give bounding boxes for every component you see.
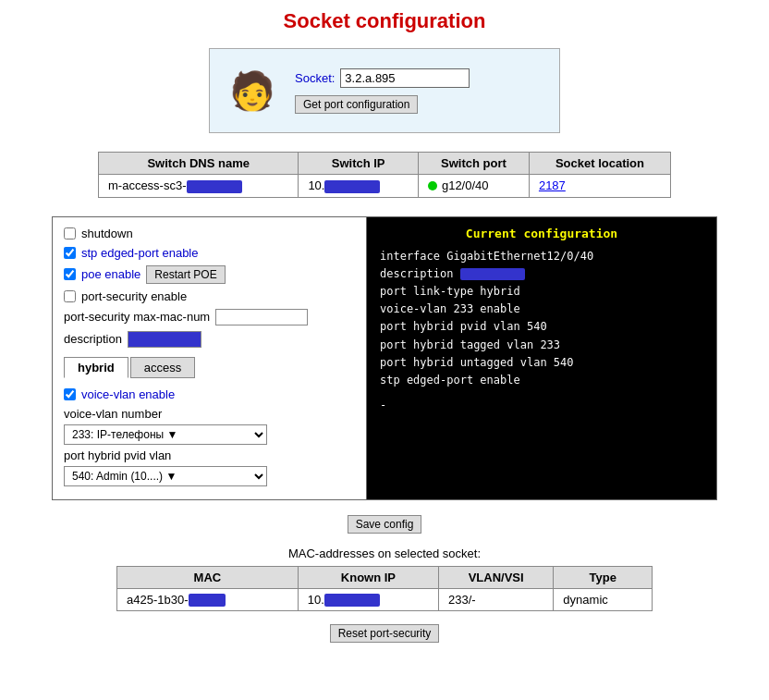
voice-vlan-row: voice-vlan enable	[64, 387, 355, 401]
shutdown-checkbox[interactable]	[64, 227, 76, 239]
socket-label: Socket:	[295, 71, 335, 85]
max-mac-input[interactable]	[215, 309, 308, 325]
pvid-label-row: port hybrid pvid vlan	[64, 448, 355, 462]
description-row: description	[64, 331, 355, 348]
max-mac-label: port-security max-mac-num	[64, 310, 210, 324]
col-dns: Switch DNS name	[99, 153, 299, 175]
config-line-3: port link-type hybrid	[380, 283, 703, 301]
stp-row: stp edged-port enable	[64, 246, 355, 260]
voice-vlan-label: voice-vlan enable	[81, 387, 175, 401]
voice-vlan-checkbox[interactable]	[64, 388, 76, 400]
port-security-checkbox[interactable]	[64, 290, 76, 302]
mac-vlan-cell: 233/-	[439, 588, 554, 611]
socket-box: 🧑 Socket: Get port configuration	[209, 48, 560, 133]
mac-ip-redacted	[324, 594, 380, 607]
col-port: Switch port	[418, 153, 529, 175]
save-config-button[interactable]: Save config	[348, 515, 422, 534]
config-line-8: stp edged-port enable	[380, 372, 703, 389]
dns-redacted	[187, 180, 242, 193]
mac-title: MAC-addresses on selected socket:	[116, 546, 653, 560]
ip-redacted	[324, 180, 380, 193]
mac-redacted	[189, 594, 226, 607]
voice-vlan-number-label: voice-vlan number	[64, 407, 162, 421]
col-socket-location: Socket location	[529, 153, 670, 175]
voice-vlan-select-row: 233: IP-телефоны ▼	[64, 424, 355, 445]
pvid-select-row: 540: Admin (10....) ▼	[64, 466, 355, 486]
max-mac-row: port-security max-mac-num	[64, 309, 355, 325]
mac-type-cell: dynamic	[554, 588, 653, 611]
shutdown-label: shutdown	[81, 227, 133, 240]
col-ip: Switch IP	[299, 153, 419, 175]
save-row: Save config	[18, 515, 751, 534]
config-line-6: port hybrid tagged vlan 233	[380, 337, 703, 354]
mac-cell: a425-1b30-	[117, 588, 299, 611]
description-input[interactable]	[128, 331, 201, 348]
ip-cell: 10.	[299, 175, 419, 198]
socket-input[interactable]	[340, 68, 470, 88]
tab-access[interactable]: access	[130, 357, 195, 378]
tabs: hybrid access	[64, 357, 355, 378]
voice-vlan-select[interactable]: 233: IP-телефоны ▼	[64, 424, 267, 445]
socket-location-link[interactable]: 2187	[539, 178, 566, 192]
mac-table: MAC Known IP VLAN/VSI Type a425-1b30- 10…	[116, 566, 653, 612]
current-config-body: interface GigabitEthernet12/0/40 descrip…	[380, 248, 703, 415]
reset-port-security-button[interactable]: Reset port-security	[330, 624, 440, 643]
mac-col-mac: MAC	[117, 566, 299, 588]
mac-col-ip: Known IP	[298, 566, 438, 588]
socket-form: Socket: Get port configuration	[295, 68, 470, 114]
dns-cell: m-access-sc3-	[99, 175, 299, 198]
switch-table: Switch DNS name Switch IP Switch port So…	[98, 152, 671, 198]
config-panel: shutdown stp edged-port enable poe enabl…	[52, 216, 717, 500]
reset-row: Reset port-security	[18, 624, 751, 643]
config-line-2: description	[380, 265, 703, 283]
voice-vlan-number-row: voice-vlan number	[64, 407, 355, 421]
poe-label: poe enable	[81, 267, 140, 281]
config-line-4: voice-vlan 233 enable	[380, 301, 703, 318]
config-line-1: interface GigabitEthernet12/0/40	[380, 248, 703, 265]
stp-label: stp edged-port enable	[81, 246, 198, 260]
restart-poe-button[interactable]: Restart POE	[146, 265, 225, 284]
page-title: Socket configuration	[18, 9, 751, 33]
config-dash: -	[380, 397, 703, 414]
pvid-label: port hybrid pvid vlan	[64, 448, 171, 462]
poe-checkbox[interactable]	[64, 268, 76, 280]
mac-row: a425-1b30- 10. 233/- dynamic	[117, 588, 653, 611]
voice-section: voice-vlan enable voice-vlan number 233:…	[64, 387, 355, 486]
left-panel: shutdown stp edged-port enable poe enabl…	[53, 217, 367, 499]
tab-hybrid[interactable]: hybrid	[64, 357, 128, 378]
port-cell: g12/0/40	[418, 175, 529, 198]
table-row: m-access-sc3- 10. g12/0/40 2187	[99, 175, 671, 198]
port-status-dot	[428, 181, 437, 190]
mac-col-vlan: VLAN/VSI	[439, 566, 554, 588]
config-line-5: port hybrid pvid vlan 540	[380, 318, 703, 336]
port-security-row: port-security enable	[64, 289, 355, 303]
stp-checkbox[interactable]	[64, 247, 76, 259]
port-security-label: port-security enable	[81, 289, 187, 303]
mac-col-type: Type	[554, 566, 653, 588]
desc-redacted	[460, 268, 525, 280]
figure-icon: 🧑	[225, 58, 280, 123]
current-config-title: Current configuration	[380, 227, 703, 240]
config-line-7: port hybrid untagged vlan 540	[380, 354, 703, 372]
get-port-config-button[interactable]: Get port configuration	[295, 95, 418, 114]
right-panel: Current configuration interface GigabitE…	[367, 217, 716, 499]
poe-row: poe enable Restart POE	[64, 265, 355, 284]
description-label: description	[64, 332, 122, 346]
shutdown-row: shutdown	[64, 227, 355, 240]
socket-location-cell[interactable]: 2187	[529, 175, 670, 198]
mac-section: MAC-addresses on selected socket: MAC Kn…	[116, 546, 653, 612]
mac-ip-cell: 10.	[298, 588, 438, 611]
pvid-select[interactable]: 540: Admin (10....) ▼	[64, 466, 267, 486]
